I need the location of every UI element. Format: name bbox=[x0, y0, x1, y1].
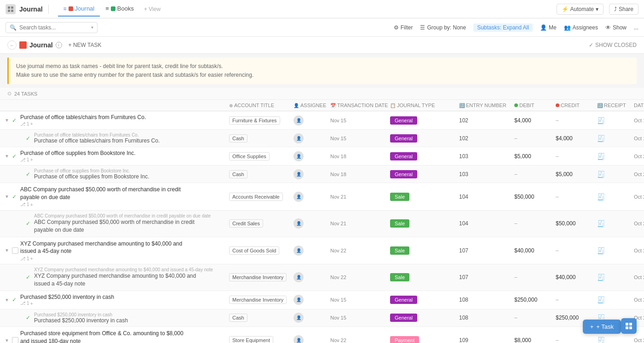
row10-assignee-icon[interactable]: 👤 bbox=[293, 313, 304, 323]
row4-name[interactable]: Purchase of office supplies from Booksto… bbox=[34, 173, 150, 180]
col-datecreated-header[interactable]: DATE CREATED bbox=[634, 103, 644, 108]
row5-check[interactable]: ✓ bbox=[12, 194, 18, 200]
row1-assignee-icon[interactable]: 👤 bbox=[293, 115, 304, 126]
row10-assignee[interactable]: 👤 bbox=[293, 313, 330, 323]
filter-button[interactable]: ⚙ Filter bbox=[394, 24, 413, 31]
row6-account-badge[interactable]: Credit Sales bbox=[229, 219, 263, 228]
row9-assignee[interactable]: 👤 bbox=[293, 295, 330, 305]
col-date-header[interactable]: 📅 TRANSACTION DATE bbox=[330, 103, 390, 108]
row9-name[interactable]: Purchased $250,000 inventory in cash bbox=[20, 294, 114, 300]
row9-plus[interactable]: + bbox=[30, 301, 33, 306]
row8-receipt[interactable]: 🧾 bbox=[597, 274, 634, 281]
row9-receipt[interactable]: 🧾 bbox=[597, 296, 634, 303]
row2-receipt[interactable]: 🧾 bbox=[597, 135, 634, 142]
automate-button[interactable]: ⚡ Automate ▾ bbox=[557, 4, 604, 15]
row2-name[interactable]: Purchase of office tables/chairs from Fu… bbox=[34, 137, 160, 144]
row11-assignee[interactable]: 👤 bbox=[293, 335, 330, 343]
row3-plus[interactable]: + bbox=[30, 157, 33, 162]
row5-assignee[interactable]: 👤 bbox=[293, 192, 330, 202]
row10-name[interactable]: Purchased $250,000 inventory in cash bbox=[34, 317, 128, 324]
row1-name[interactable]: Purchase of office tables/chairs from Fu… bbox=[20, 114, 146, 120]
row1-account-badge[interactable]: Furniture & Fixtures bbox=[229, 116, 280, 125]
row4-check[interactable]: ✓ bbox=[26, 171, 32, 177]
row3-account-badge[interactable]: Office Supplies bbox=[229, 152, 270, 160]
row11-journal-badge[interactable]: Payment bbox=[390, 336, 419, 343]
row7-expand[interactable]: ▼ bbox=[4, 247, 10, 254]
search-input[interactable] bbox=[19, 24, 88, 31]
row6-name[interactable]: ABC Company purchased $50,000 worth of m… bbox=[34, 218, 209, 234]
col-account-header[interactable]: ⊕ ACCOUNT TITLE bbox=[229, 103, 293, 108]
row1-expand[interactable]: ▼ bbox=[4, 117, 10, 124]
row5-assignee-icon[interactable]: 👤 bbox=[293, 192, 304, 202]
row7-assignee-icon[interactable]: 👤 bbox=[293, 246, 304, 256]
row4-receipt[interactable]: 🧾 bbox=[597, 171, 634, 178]
row4-assignee-icon[interactable]: 👤 bbox=[293, 169, 304, 179]
row8-account-badge[interactable]: Merchandise Inventory bbox=[229, 273, 287, 281]
row1-assignee[interactable]: 👤 bbox=[293, 115, 330, 126]
row11-receipt[interactable]: 🧾 bbox=[597, 337, 634, 343]
row4-assignee[interactable]: 👤 bbox=[293, 169, 330, 179]
col-entry-header[interactable]: 🔢 ENTRY NUMBER bbox=[459, 103, 514, 108]
task-fab-button[interactable]: + + Task bbox=[583, 320, 621, 334]
subtasks-button[interactable]: Subtasks: Expand All bbox=[473, 23, 533, 32]
show-closed-button[interactable]: ✓ SHOW CLOSED bbox=[589, 42, 637, 48]
expand-all-icon[interactable]: ⊙ bbox=[7, 91, 12, 97]
row11-account-badge[interactable]: Store Equipment bbox=[229, 336, 273, 343]
row5-expand[interactable]: ▼ bbox=[4, 194, 10, 200]
grid-view-button[interactable] bbox=[621, 318, 637, 334]
row7-check-empty[interactable] bbox=[12, 247, 18, 254]
row10-account-badge[interactable]: Cash bbox=[229, 314, 247, 322]
assignees-button[interactable]: 👥 Assignees bbox=[564, 24, 598, 31]
col-assignee-header[interactable]: 👤 ASSIGNEE bbox=[293, 103, 330, 108]
row2-journal-badge[interactable]: General bbox=[390, 134, 417, 143]
row2-assignee[interactable]: 👤 bbox=[293, 133, 330, 143]
row7-name[interactable]: XYZ Company purchased merchandise amount… bbox=[20, 240, 186, 256]
row11-assignee-icon[interactable]: 👤 bbox=[293, 335, 304, 343]
row1-journal-badge[interactable]: General bbox=[390, 116, 417, 125]
row4-journal-badge[interactable]: General bbox=[390, 170, 417, 178]
row2-check[interactable]: ✓ bbox=[26, 135, 32, 142]
row9-expand[interactable]: ▼ bbox=[4, 297, 10, 303]
row9-account-badge[interactable]: Merchandise Inventory bbox=[229, 296, 287, 304]
row5-account-badge[interactable]: Accounts Receivable bbox=[229, 193, 283, 201]
row5-journal-badge[interactable]: Sale bbox=[390, 193, 409, 201]
row3-expand[interactable]: ▼ bbox=[4, 153, 10, 160]
row9-check[interactable]: ✓ bbox=[12, 297, 18, 303]
search-dropdown-icon[interactable]: ▾ bbox=[91, 25, 93, 30]
row7-plus[interactable]: + bbox=[30, 256, 33, 261]
row3-check[interactable]: ✓ bbox=[12, 153, 18, 160]
row11-check-empty[interactable] bbox=[12, 337, 18, 343]
new-task-button[interactable]: + NEW TASK bbox=[65, 40, 105, 50]
col-credit-header[interactable]: CREDIT bbox=[556, 103, 597, 108]
row1-receipt[interactable]: 🧾 bbox=[597, 117, 634, 124]
row11-name[interactable]: Purchased store equipment from Office & … bbox=[20, 330, 186, 343]
row6-journal-badge[interactable]: Sale bbox=[390, 219, 409, 228]
row5-name[interactable]: ABC Company purchased $50,000 worth of m… bbox=[20, 186, 186, 201]
row10-journal-badge[interactable]: General bbox=[390, 314, 417, 322]
row2-assignee-icon[interactable]: 👤 bbox=[293, 133, 304, 143]
row9-journal-badge[interactable]: General bbox=[390, 296, 417, 304]
me-button[interactable]: 👤 Me bbox=[540, 24, 557, 31]
col-journal-header[interactable]: 📋 JOURNAL TYPE bbox=[390, 103, 459, 108]
row7-assignee[interactable]: 👤 bbox=[293, 246, 330, 256]
row3-receipt[interactable]: 🧾 bbox=[597, 153, 634, 160]
row3-journal-badge[interactable]: General bbox=[390, 152, 417, 160]
row8-journal-badge[interactable]: Sale bbox=[390, 273, 409, 281]
row6-assignee-icon[interactable]: 👤 bbox=[293, 218, 304, 229]
more-button[interactable]: ... bbox=[634, 24, 638, 31]
row4-account-badge[interactable]: Cash bbox=[229, 170, 247, 178]
back-button[interactable]: ← bbox=[7, 40, 17, 50]
tab-journal[interactable]: ≡ Journal bbox=[58, 1, 100, 17]
info-icon[interactable]: i bbox=[56, 42, 62, 48]
col-receipt-header[interactable]: 🔢 RECEIPT bbox=[597, 103, 634, 108]
row6-assignee[interactable]: 👤 bbox=[293, 218, 330, 229]
row6-receipt[interactable]: 🧾 bbox=[597, 220, 634, 227]
tab-books[interactable]: ≡ Books bbox=[100, 1, 139, 17]
row1-plus[interactable]: + bbox=[30, 121, 33, 126]
row3-assignee-icon[interactable]: 👤 bbox=[293, 151, 304, 161]
row8-assignee-icon[interactable]: 👤 bbox=[293, 272, 304, 282]
row10-check[interactable]: ✓ bbox=[26, 314, 32, 321]
row8-check[interactable]: ✓ bbox=[26, 274, 32, 280]
row2-account-badge[interactable]: Cash bbox=[229, 134, 247, 143]
row7-journal-badge[interactable]: Sale bbox=[390, 246, 409, 255]
